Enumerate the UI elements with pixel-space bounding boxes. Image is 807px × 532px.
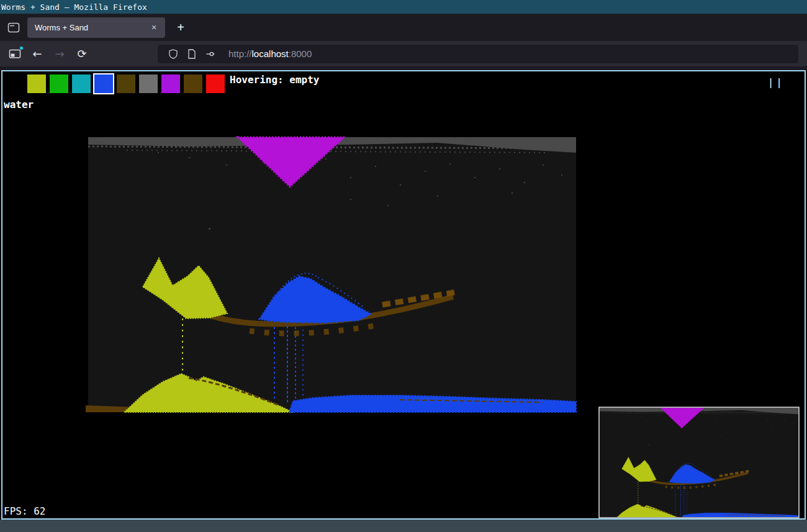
tab-overview-glyph <box>7 22 20 33</box>
reload-icon[interactable]: ⟳ <box>72 45 92 63</box>
page-info-icon[interactable] <box>183 49 201 59</box>
palette-swatch[interactable] <box>161 74 180 93</box>
window-titlebar[interactable]: Worms + Sand — Mozilla Firefox <box>0 0 807 14</box>
page-content: Hovering: empty water || FPS: 62 <box>0 70 807 520</box>
url-scheme: http:// <box>228 48 252 59</box>
url-bar[interactable]: http://localhost:8000 <box>158 45 798 63</box>
game-canvas[interactable]: Hovering: empty water || FPS: 62 <box>1 70 806 520</box>
permissions-icon[interactable] <box>201 49 220 59</box>
material-palette <box>27 74 225 93</box>
back-icon[interactable]: ← <box>27 45 47 63</box>
tab-bar: Worms + Sand × + <box>0 14 807 41</box>
forward-icon: → <box>50 45 70 63</box>
sand-simulation-scene <box>2 71 805 518</box>
fps-counter: FPS: 62 <box>4 505 45 517</box>
tab-close-icon[interactable]: × <box>148 21 160 34</box>
firefox-view-glyph <box>9 48 21 59</box>
tab-overview-icon[interactable] <box>5 18 22 37</box>
pause-icon[interactable]: || <box>768 76 785 88</box>
minimap <box>598 407 799 518</box>
new-tab-button[interactable]: + <box>171 18 190 37</box>
firefox-window: Worms + Sand — Mozilla Firefox Worms + S… <box>0 0 807 532</box>
selected-material-label: water <box>4 99 34 110</box>
palette-swatch[interactable] <box>72 74 91 93</box>
window-title: Worms + Sand — Mozilla Firefox <box>1 2 147 12</box>
url-host: localhost <box>252 48 289 59</box>
palette-swatch[interactable] <box>184 74 202 93</box>
shield-icon[interactable] <box>164 49 183 59</box>
tab-title: Worms + Sand <box>35 23 148 32</box>
palette-swatch[interactable] <box>27 74 46 93</box>
url-text: http://localhost:8000 <box>228 48 312 59</box>
firefox-view-icon[interactable] <box>5 45 25 63</box>
window-bottom-edge <box>0 520 807 532</box>
palette-swatch[interactable] <box>117 74 135 93</box>
palette-swatch[interactable] <box>206 74 225 93</box>
palette-swatch[interactable] <box>94 74 113 93</box>
tab-worms-sand[interactable]: Worms + Sand × <box>27 17 165 38</box>
palette-swatch[interactable] <box>50 74 68 93</box>
notification-dot <box>20 47 23 50</box>
hover-status: Hovering: empty <box>230 74 320 86</box>
url-port: :8000 <box>289 48 312 59</box>
navigation-toolbar: ← → ⟳ http://localhost:8000 <box>0 41 807 66</box>
palette-swatch[interactable] <box>139 74 158 93</box>
